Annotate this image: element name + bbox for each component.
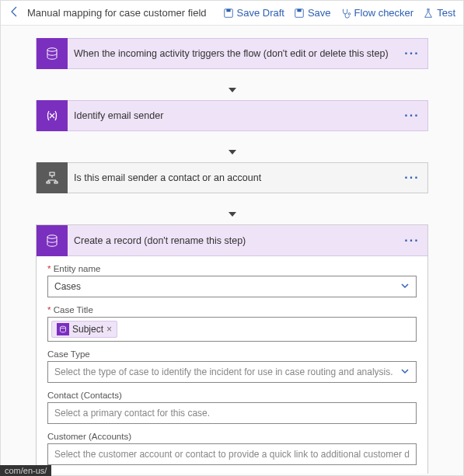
contact-input[interactable]: Select a primary contact for this case.	[47, 402, 417, 424]
step-trigger-label: When the incoming activity triggers the …	[68, 48, 396, 59]
page-title: Manual mapping for case customer field	[27, 7, 214, 19]
case-type-label: Case Type	[47, 349, 417, 359]
svg-rect-1	[226, 9, 230, 12]
database-icon	[57, 323, 69, 335]
svg-rect-3	[297, 9, 301, 12]
svg-rect-6	[50, 172, 54, 175]
svg-point-10	[61, 326, 66, 328]
step-condition-label: Is this email sender a contact or an acc…	[68, 172, 396, 183]
variable-icon	[37, 100, 68, 131]
entity-name-label: * Entity name	[47, 264, 417, 273]
arrow-3	[36, 198, 428, 220]
back-icon[interactable]	[9, 5, 21, 20]
chevron-down-icon	[400, 281, 410, 293]
step-condition-menu[interactable]: ···	[396, 171, 427, 185]
test-button[interactable]: Test	[423, 7, 455, 19]
svg-point-9	[47, 235, 57, 238]
step-trigger-menu[interactable]: ···	[396, 47, 427, 61]
status-hint: com/en-us/	[0, 465, 51, 476]
customer-accounts-input[interactable]: Select the customer account or contact t…	[47, 443, 417, 465]
svg-rect-8	[54, 182, 58, 183]
save-draft-icon	[223, 8, 234, 19]
save-icon	[294, 8, 305, 19]
database-icon	[37, 38, 68, 69]
flow-canvas: When the incoming activity triggers the …	[1, 26, 463, 474]
flask-icon	[423, 8, 434, 19]
case-title-input[interactable]: Subject ×	[47, 317, 417, 342]
stethoscope-icon	[340, 8, 351, 19]
svg-point-5	[47, 48, 57, 51]
step-condition[interactable]: Is this email sender a contact or an acc…	[36, 162, 428, 193]
customer-accounts-label: Customer (Accounts)	[47, 432, 417, 441]
step-create-record-title: Create a record (don't rename this step)	[68, 235, 396, 246]
database-icon	[37, 225, 68, 256]
step-create-record-menu[interactable]: ···	[396, 234, 427, 248]
case-type-select[interactable]: Select the type of case to identify the …	[47, 361, 417, 383]
save-button[interactable]: Save	[294, 7, 331, 19]
arrow-2	[36, 136, 428, 158]
entity-name-select[interactable]: Cases	[47, 276, 417, 297]
step-identify-menu[interactable]: ···	[396, 109, 427, 123]
step-trigger[interactable]: When the incoming activity triggers the …	[36, 38, 428, 69]
save-draft-button[interactable]: Save Draft	[223, 7, 284, 19]
remove-token-icon[interactable]: ×	[106, 324, 112, 335]
case-title-label: * Case Title	[47, 305, 417, 314]
svg-point-4	[348, 12, 351, 15]
step-create-record: Create a record (don't rename this step)…	[36, 224, 428, 474]
step-identify-sender[interactable]: Identify email sender ···	[36, 100, 428, 131]
condition-icon	[37, 162, 68, 193]
flow-checker-button[interactable]: Flow checker	[340, 7, 414, 19]
header-bar: Manual mapping for case customer field S…	[1, 1, 463, 26]
arrow-1	[36, 74, 428, 96]
contact-label: Contact (Contacts)	[47, 391, 417, 400]
step-create-record-header[interactable]: Create a record (don't rename this step)…	[37, 225, 427, 256]
subject-token[interactable]: Subject ×	[51, 321, 117, 338]
step-identify-label: Identify email sender	[68, 110, 396, 121]
svg-rect-7	[47, 182, 50, 183]
customer-contacts-label: Customer (Contacts)	[47, 473, 417, 474]
chevron-down-icon	[400, 367, 410, 378]
card-body: * Entity name Cases * Case Title Subject…	[37, 256, 427, 474]
